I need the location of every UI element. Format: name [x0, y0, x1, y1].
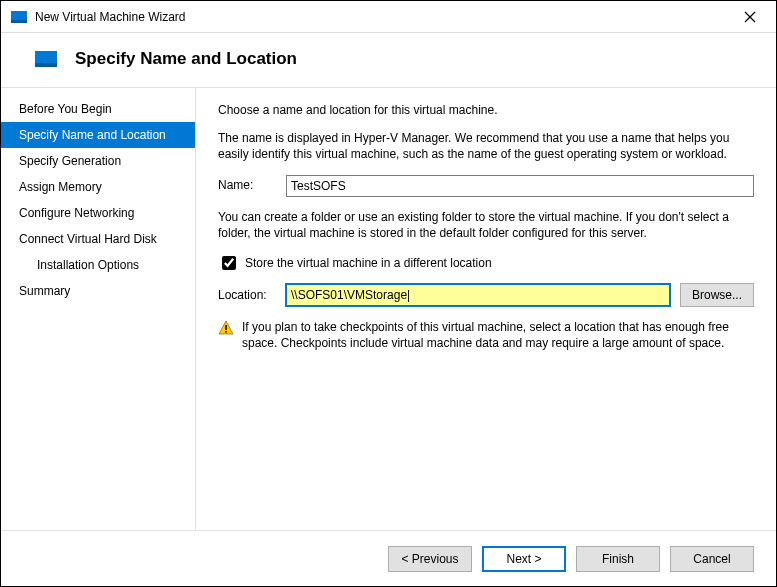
wizard-sidebar: Before You Begin Specify Name and Locati… — [1, 88, 196, 530]
location-label: Location: — [218, 287, 276, 303]
wizard-footer: < Previous Next > Finish Cancel — [1, 530, 776, 586]
wizard-window: New Virtual Machine Wizard Specify Name … — [0, 0, 777, 587]
intro-text: Choose a name and location for this virt… — [218, 102, 754, 118]
sidebar-item-summary[interactable]: Summary — [1, 278, 195, 304]
previous-button[interactable]: < Previous — [388, 546, 472, 572]
cancel-button[interactable]: Cancel — [670, 546, 754, 572]
window-title: New Virtual Machine Wizard — [35, 10, 730, 24]
close-button[interactable] — [730, 3, 770, 31]
name-input[interactable] — [286, 175, 754, 197]
store-checkbox-label: Store the virtual machine in a different… — [245, 255, 492, 271]
svg-rect-3 — [225, 325, 227, 330]
wizard-content: Choose a name and location for this virt… — [196, 88, 776, 530]
browse-button[interactable]: Browse... — [680, 283, 754, 307]
location-help-text: You can create a folder or use an existi… — [218, 209, 754, 241]
warning-icon — [218, 320, 234, 336]
name-row: Name: — [218, 175, 754, 197]
name-help-text: The name is displayed in Hyper-V Manager… — [218, 130, 754, 162]
location-input[interactable] — [286, 284, 670, 306]
wizard-body: Before You Begin Specify Name and Locati… — [1, 88, 776, 530]
name-label: Name: — [218, 177, 276, 193]
svg-rect-4 — [225, 331, 227, 333]
store-checkbox-row: Store the virtual machine in a different… — [218, 253, 754, 273]
finish-button[interactable]: Finish — [576, 546, 660, 572]
sidebar-item-installation-options[interactable]: Installation Options — [1, 252, 195, 278]
titlebar: New Virtual Machine Wizard — [1, 1, 776, 33]
page-title: Specify Name and Location — [75, 49, 297, 69]
sidebar-item-assign-memory[interactable]: Assign Memory — [1, 174, 195, 200]
warning-row: If you plan to take checkpoints of this … — [218, 319, 754, 351]
sidebar-item-specify-name-location[interactable]: Specify Name and Location — [1, 122, 195, 148]
wizard-header: Specify Name and Location — [1, 33, 776, 88]
sidebar-item-before-you-begin[interactable]: Before You Begin — [1, 96, 195, 122]
app-icon — [11, 11, 27, 23]
wizard-icon — [35, 51, 57, 67]
location-row: Location: Browse... — [218, 283, 754, 307]
close-icon — [744, 11, 756, 23]
sidebar-item-configure-networking[interactable]: Configure Networking — [1, 200, 195, 226]
store-different-location-checkbox[interactable] — [222, 256, 236, 270]
sidebar-item-specify-generation[interactable]: Specify Generation — [1, 148, 195, 174]
sidebar-item-connect-vhd[interactable]: Connect Virtual Hard Disk — [1, 226, 195, 252]
warning-text: If you plan to take checkpoints of this … — [242, 319, 754, 351]
next-button[interactable]: Next > — [482, 546, 566, 572]
